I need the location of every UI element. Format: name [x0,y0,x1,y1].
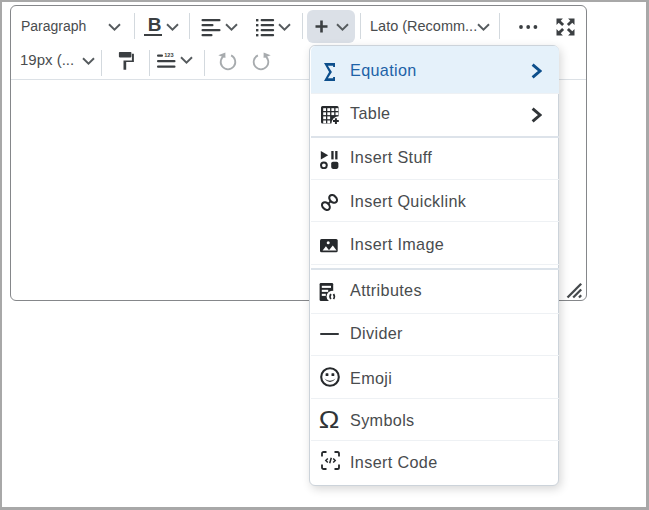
svg-text:123: 123 [164,53,173,58]
